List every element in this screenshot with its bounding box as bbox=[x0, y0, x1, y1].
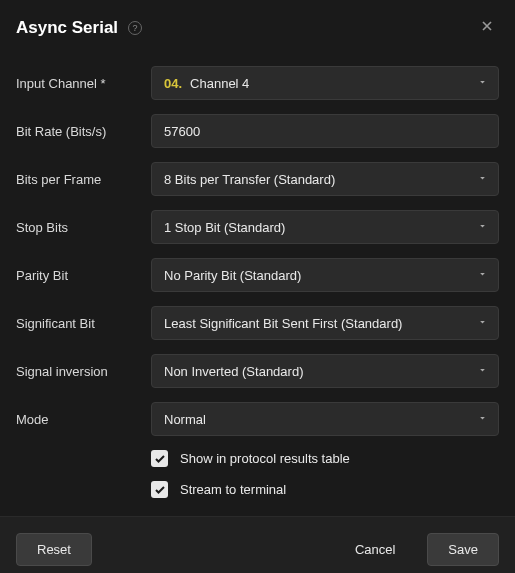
reset-button[interactable]: Reset bbox=[16, 533, 92, 566]
signal-inversion-label: Signal inversion bbox=[16, 364, 151, 379]
show-results-checkbox[interactable] bbox=[151, 450, 168, 467]
channel-number: 04. bbox=[164, 76, 182, 91]
close-icon[interactable] bbox=[475, 14, 499, 42]
bit-rate-value: 57600 bbox=[164, 124, 200, 139]
chevron-down-icon bbox=[477, 316, 488, 331]
signal-inversion-value: Non Inverted (Standard) bbox=[164, 364, 303, 379]
dialog-body: Input Channel * 04. Channel 4 Bit Rate (… bbox=[0, 56, 515, 516]
bit-rate-label: Bit Rate (Bits/s) bbox=[16, 124, 151, 139]
mode-label: Mode bbox=[16, 412, 151, 427]
signal-inversion-select[interactable]: Non Inverted (Standard) bbox=[151, 354, 499, 388]
chevron-down-icon bbox=[477, 76, 488, 91]
parity-bit-label: Parity Bit bbox=[16, 268, 151, 283]
stream-terminal-label: Stream to terminal bbox=[180, 482, 286, 497]
bit-rate-input[interactable]: 57600 bbox=[151, 114, 499, 148]
chevron-down-icon bbox=[477, 220, 488, 235]
chevron-down-icon bbox=[477, 364, 488, 379]
input-channel-label: Input Channel * bbox=[16, 76, 151, 91]
dialog-footer: Reset Cancel Save bbox=[0, 516, 515, 573]
stop-bits-label: Stop Bits bbox=[16, 220, 151, 235]
help-icon[interactable]: ? bbox=[128, 21, 142, 35]
parity-bit-value: No Parity Bit (Standard) bbox=[164, 268, 301, 283]
bits-per-frame-select[interactable]: 8 Bits per Transfer (Standard) bbox=[151, 162, 499, 196]
mode-select[interactable]: Normal bbox=[151, 402, 499, 436]
bits-per-frame-value: 8 Bits per Transfer (Standard) bbox=[164, 172, 335, 187]
stream-terminal-checkbox[interactable] bbox=[151, 481, 168, 498]
significant-bit-value: Least Significant Bit Sent First (Standa… bbox=[164, 316, 402, 331]
mode-value: Normal bbox=[164, 412, 206, 427]
input-channel-value: Channel 4 bbox=[190, 76, 249, 91]
stop-bits-value: 1 Stop Bit (Standard) bbox=[164, 220, 285, 235]
save-button[interactable]: Save bbox=[427, 533, 499, 566]
cancel-button[interactable]: Cancel bbox=[335, 534, 415, 565]
show-results-label: Show in protocol results table bbox=[180, 451, 350, 466]
chevron-down-icon bbox=[477, 268, 488, 283]
chevron-down-icon bbox=[477, 172, 488, 187]
dialog-header: Async Serial ? bbox=[0, 0, 515, 56]
parity-bit-select[interactable]: No Parity Bit (Standard) bbox=[151, 258, 499, 292]
async-serial-dialog: Async Serial ? Input Channel * 04. Chann… bbox=[0, 0, 515, 573]
dialog-title: Async Serial bbox=[16, 18, 118, 38]
significant-bit-select[interactable]: Least Significant Bit Sent First (Standa… bbox=[151, 306, 499, 340]
chevron-down-icon bbox=[477, 412, 488, 427]
input-channel-select[interactable]: 04. Channel 4 bbox=[151, 66, 499, 100]
significant-bit-label: Significant Bit bbox=[16, 316, 151, 331]
stop-bits-select[interactable]: 1 Stop Bit (Standard) bbox=[151, 210, 499, 244]
bits-per-frame-label: Bits per Frame bbox=[16, 172, 151, 187]
